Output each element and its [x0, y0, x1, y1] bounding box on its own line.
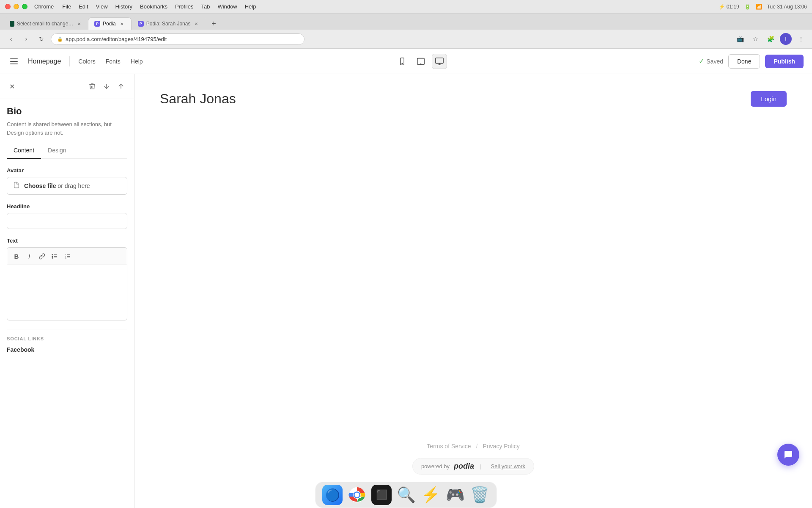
sidebar-tabs: Content Design	[7, 144, 127, 159]
menu-icon[interactable]: ⋮	[795, 33, 807, 45]
profile-icon[interactable]: I	[780, 33, 792, 45]
link-button[interactable]	[36, 250, 48, 262]
svg-rect-4	[436, 58, 443, 63]
menu-file[interactable]: File	[62, 3, 71, 10]
titlebar: Chrome File Edit View History Bookmarks …	[0, 0, 812, 14]
back-button[interactable]: ‹	[5, 33, 17, 45]
menu-edit[interactable]: Edit	[79, 3, 88, 10]
avatar-upload-area[interactable]: Choose file or drag here	[7, 177, 127, 195]
dock-finder[interactable]: 🔵	[322, 485, 343, 505]
menu-view[interactable]: View	[96, 3, 108, 10]
menu-hamburger[interactable]	[8, 57, 19, 66]
section-title: Bio	[7, 106, 127, 117]
text-editor: B I 1.2.3.	[7, 247, 127, 320]
nav-help[interactable]: Help	[131, 58, 143, 65]
tablet-view-button[interactable]	[413, 54, 428, 69]
headline-input[interactable]	[7, 213, 127, 229]
upload-suffix-text: or drag here	[56, 182, 90, 189]
macos-dock: 🔵 ⬛ 🔍 ⚡ 🎮 🗑️	[315, 482, 497, 508]
fullscreen-window-button[interactable]	[22, 4, 27, 9]
tab-content[interactable]: Content	[7, 144, 41, 159]
menu-help[interactable]: Help	[245, 3, 256, 10]
text-editor-content[interactable]	[7, 265, 127, 320]
publish-button[interactable]: Publish	[765, 55, 804, 68]
unordered-list-button[interactable]	[49, 250, 60, 262]
tab-podia[interactable]: P Podia ✕	[88, 17, 132, 30]
dock-terminal[interactable]: ⬛	[371, 485, 392, 505]
desktop-view-button[interactable]	[432, 54, 447, 69]
mobile-view-button[interactable]	[395, 54, 410, 69]
menu-profiles[interactable]: Profiles	[175, 3, 193, 10]
svg-point-12	[52, 257, 52, 258]
svg-point-1	[402, 63, 403, 64]
tab-django[interactable]: Select email to change | Djang... ✕	[3, 17, 88, 30]
minimize-window-button[interactable]	[14, 4, 19, 9]
nav-fonts[interactable]: Fonts	[106, 58, 121, 65]
clock: Tue 31 Aug 13:06	[767, 4, 807, 10]
tab-sarah[interactable]: P Podia: Sarah Jonas ✕	[132, 17, 206, 30]
chat-widget-button[interactable]	[777, 444, 799, 466]
nav-colors[interactable]: Colors	[78, 58, 95, 65]
tab-close-podia[interactable]: ✕	[118, 20, 125, 27]
url-text: app.podia.com/editor/pages/4194795/edit	[66, 36, 167, 42]
delete-section-button[interactable]	[86, 80, 99, 93]
saved-status: ✓ Saved	[699, 57, 723, 65]
footer-links: Terms of Service / Privacy Policy	[427, 443, 519, 450]
tab-title-podia: Podia	[103, 21, 116, 27]
svg-point-3	[420, 64, 421, 64]
dock-chrome[interactable]	[347, 485, 367, 505]
tab-title-django: Select email to change | Djang...	[17, 21, 74, 27]
toolbar-title: Homepage	[28, 58, 61, 65]
dock-trash[interactable]: 🗑️	[469, 485, 490, 505]
dock-finder2[interactable]: 🔍	[396, 485, 416, 505]
svg-point-10	[52, 254, 52, 255]
tab-favicon-podia: P	[94, 21, 100, 27]
choose-file-text[interactable]: Choose file	[24, 182, 56, 189]
menu-window[interactable]: Window	[217, 3, 237, 10]
cast-icon[interactable]: 📺	[734, 33, 746, 45]
main-layout: ✕ Bio Content is shared between all sect…	[0, 74, 812, 508]
done-button[interactable]: Done	[728, 54, 760, 69]
new-tab-button[interactable]: +	[208, 18, 219, 30]
terms-link[interactable]: Terms of Service	[427, 443, 471, 450]
sidebar-close-button[interactable]: ✕	[7, 81, 17, 91]
section-description: Content is shared between all sections, …	[7, 120, 127, 137]
italic-button[interactable]: I	[23, 250, 35, 262]
page-name: Sarah Jonas	[160, 91, 236, 107]
upload-text: Choose file or drag here	[24, 182, 90, 189]
move-up-button[interactable]	[115, 80, 127, 93]
avatar-field-section: Avatar Choose file or drag here	[7, 167, 127, 195]
menu-history[interactable]: History	[115, 3, 132, 10]
browser-chrome: Select email to change | Djang... ✕ P Po…	[0, 14, 812, 49]
toolbar-view-buttons	[151, 54, 691, 69]
sell-work-link[interactable]: Sell your work	[491, 463, 525, 469]
avatar-label: Avatar	[7, 167, 127, 174]
menu-bookmarks[interactable]: Bookmarks	[140, 3, 167, 10]
text-label: Text	[7, 237, 127, 244]
bold-button[interactable]: B	[11, 250, 22, 262]
forward-button[interactable]: ›	[20, 33, 32, 45]
tab-design[interactable]: Design	[41, 144, 73, 159]
tab-close-sarah[interactable]: ✕	[193, 20, 200, 27]
footer-powered-by: powered by podia | Sell your work	[412, 458, 534, 475]
dock-app1[interactable]: ⚡	[420, 485, 441, 505]
move-down-button[interactable]	[100, 80, 113, 93]
url-bar[interactable]: 🔒 app.podia.com/editor/pages/4194795/edi…	[51, 33, 304, 45]
titlebar-right: ⚡ 01:19 🔋 📶 Tue 31 Aug 13:06	[719, 4, 807, 10]
reload-button[interactable]: ↻	[36, 33, 47, 45]
ordered-list-button[interactable]: 1.2.3.	[61, 250, 73, 262]
extensions-icon[interactable]: 🧩	[765, 33, 776, 45]
menu-tab[interactable]: Tab	[201, 3, 210, 10]
upload-file-icon	[13, 182, 20, 190]
close-window-button[interactable]	[5, 4, 11, 9]
dock-app2[interactable]: 🎮	[445, 485, 465, 505]
privacy-link[interactable]: Privacy Policy	[483, 443, 520, 450]
login-button[interactable]: Login	[751, 91, 787, 107]
text-field-section: Text B I 1.2.3.	[7, 237, 127, 320]
star-icon[interactable]: ☆	[749, 33, 761, 45]
sidebar-content: Bio Content is shared between all sectio…	[0, 99, 134, 360]
footer-pipe: |	[480, 463, 481, 469]
social-links-label: SOCIAL LINKS	[7, 336, 127, 341]
tab-close-django[interactable]: ✕	[77, 20, 82, 27]
app-name: Chrome	[34, 3, 54, 10]
